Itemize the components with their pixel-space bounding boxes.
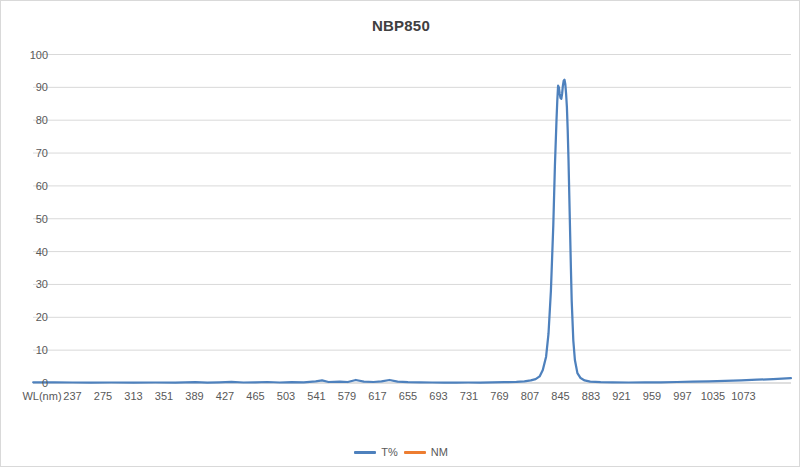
- legend-swatch-nm-icon: [404, 451, 426, 454]
- y-axis-tick-label: 40: [1, 246, 48, 258]
- y-axis-tick-label: 10: [1, 344, 48, 356]
- y-axis-tick-label: 70: [1, 147, 48, 159]
- chart: NBP850 0102030405060708090100WL(nm)23727…: [0, 0, 800, 467]
- legend-item-nm: NM: [404, 446, 448, 458]
- y-axis-tick-label: 50: [1, 213, 48, 225]
- legend-swatch-t-percent-icon: [354, 451, 376, 454]
- y-axis-tick-label: 30: [1, 278, 48, 290]
- legend: T% NM: [1, 446, 800, 458]
- y-axis-tick-label: 80: [1, 114, 48, 126]
- y-axis-tick-label: 60: [1, 180, 48, 192]
- y-axis-tick-label: 0: [1, 377, 48, 389]
- y-axis-tick-label: 90: [1, 81, 48, 93]
- series-line-t: [33, 80, 791, 383]
- y-axis-tick-label: 20: [1, 311, 48, 323]
- legend-item-t-percent: T%: [354, 446, 398, 458]
- x-axis-tick-label: 1073: [717, 390, 771, 402]
- legend-label-t-percent: T%: [381, 446, 398, 458]
- legend-label-nm: NM: [431, 446, 448, 458]
- y-axis-tick-label: 100: [1, 49, 48, 61]
